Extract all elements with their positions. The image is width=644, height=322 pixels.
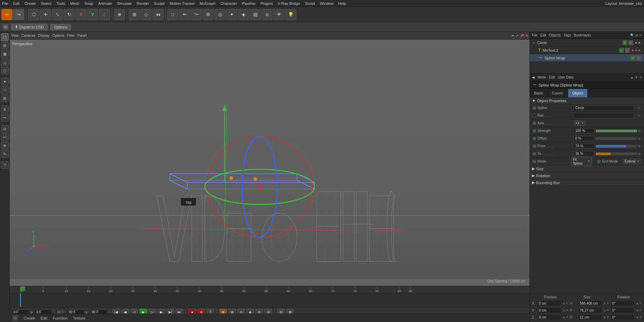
to-input[interactable] (574, 151, 594, 156)
menu-edit[interactable]: Edit (13, 1, 20, 6)
ol-filter-icon[interactable]: ⊞ (635, 33, 638, 37)
menu-mograph[interactable]: MoGraph (200, 1, 215, 6)
from-arrow-icon[interactable]: ▶ (638, 144, 641, 148)
menu-render[interactable]: Render (137, 1, 149, 6)
menu-mesh[interactable]: Mesh (70, 1, 79, 6)
deform-button[interactable]: ⚙ (203, 9, 214, 20)
from-bar[interactable] (596, 145, 637, 148)
circle-visibility[interactable]: ✓ (622, 40, 627, 45)
pos-z-stepper[interactable]: ▲▼ (562, 315, 569, 319)
vt-options[interactable]: Options (52, 34, 64, 38)
size-section[interactable]: ▶ Size (530, 165, 644, 172)
vt-display[interactable]: Display (38, 34, 50, 38)
menu-vray[interactable]: V-Ray Bridge (278, 1, 300, 6)
to-radio[interactable] (533, 152, 536, 156)
lt-polygon-mode[interactable]: ◻ (1, 67, 9, 74)
light2-button[interactable]: 💡 (285, 9, 296, 20)
lt-snap-button[interactable]: ✦ (1, 78, 9, 85)
bottom-function[interactable]: Function (53, 316, 67, 320)
select-tool-button[interactable]: ⬡ (28, 9, 39, 20)
timeline-tracks[interactable] (10, 293, 529, 307)
offset-input[interactable] (574, 136, 594, 141)
undo-button[interactable]: ↩ (1, 9, 12, 20)
ol-objects[interactable]: Objects (549, 33, 561, 37)
rot-z-stepper[interactable]: ▲▼ (636, 315, 642, 319)
ol-close-icon[interactable]: ✕ (639, 33, 642, 37)
size-z-field[interactable]: 12 cm (578, 314, 602, 320)
lt-wrap-button[interactable]: ↻ (1, 150, 9, 158)
vt-pin-icon[interactable]: 📌 (520, 34, 524, 38)
vt-maximize-icon[interactable]: ⤢ (516, 34, 518, 38)
menu-character[interactable]: Character (220, 1, 237, 6)
lt-measure-button[interactable]: ⌇ (1, 86, 9, 94)
from-radio[interactable] (533, 145, 536, 148)
pos-x-stepper[interactable]: ▲▼ (562, 302, 569, 305)
options-button[interactable]: Options (50, 24, 71, 30)
size-x-field[interactable]: 566.406 cm (578, 300, 602, 306)
endmode-dropdown[interactable]: Extend ▼ (623, 159, 641, 164)
vt-close-icon[interactable]: ✕ (525, 34, 528, 38)
viewport[interactable]: Perspective (10, 40, 529, 286)
to-bar[interactable] (596, 152, 637, 155)
rot-z-field[interactable]: 0° (611, 314, 634, 320)
object-item-splinewrap[interactable]: 〜 Spline Wrap ✓ ✓ (530, 54, 644, 62)
motext-render[interactable]: ✓ (625, 48, 630, 53)
vt-view[interactable]: View (11, 34, 19, 38)
bottom-create[interactable]: Create (24, 316, 35, 320)
lt-knife-button[interactable]: ✂ (1, 133, 9, 141)
menu-window[interactable]: Window (320, 1, 333, 6)
ph-userdata[interactable]: User Data (558, 75, 573, 79)
ol-edit[interactable]: Edit (540, 33, 546, 37)
spline-button[interactable]: 〜 (191, 9, 202, 20)
lt-paint-mode[interactable]: ▦ (1, 50, 9, 58)
tab-object[interactable]: Object (568, 89, 588, 97)
size-y-stepper[interactable]: ▲▼ (603, 308, 610, 312)
ph-up-icon[interactable]: ▲ (630, 75, 634, 79)
ol-search-icon[interactable]: 🔍 (630, 33, 634, 37)
menu-sculpt[interactable]: Sculpt (154, 1, 165, 6)
camera-button[interactable]: ◎ (214, 9, 226, 20)
mode-radio[interactable] (533, 160, 536, 163)
splinewrap-visibility[interactable]: ✓ (630, 56, 635, 60)
scale-tool-button[interactable]: ⤡ (52, 9, 63, 20)
rot-x-field[interactable]: 0° (611, 300, 634, 306)
redo-button[interactable]: ↪ (13, 9, 24, 20)
rot-y-stepper[interactable]: ▲▼ (636, 308, 642, 312)
splinewrap-render[interactable]: ✓ (636, 56, 641, 60)
ol-file[interactable]: File (532, 33, 537, 37)
object-item-motext[interactable]: T MoText.1 ✓ ✓ ▲▲▲ (530, 47, 644, 54)
menu-animate[interactable]: Animate (98, 1, 112, 6)
pos-y-field[interactable]: 0 cm (537, 307, 561, 313)
rot-x-stepper[interactable]: ▲▼ (636, 302, 642, 305)
bottom-texture[interactable]: Texture (73, 316, 85, 320)
move-tool-button[interactable]: ✛ (40, 9, 51, 20)
lt-sculpt-button[interactable]: 〜 (1, 114, 9, 122)
pos-x-field[interactable]: 0 cm (537, 300, 561, 306)
material-button[interactable]: ◈ (238, 9, 249, 20)
menu-file[interactable]: File (2, 1, 8, 6)
menu-help[interactable]: Help (338, 1, 346, 6)
offset-arrow-icon[interactable]: ▶ (638, 136, 641, 141)
lt-model-mode[interactable]: ⬡ (1, 33, 9, 41)
strength-input[interactable] (574, 128, 594, 133)
render-settings-button[interactable]: ▤ (250, 9, 261, 20)
z-axis-button[interactable]: Z (99, 9, 110, 20)
ol-bookmarks[interactable]: Bookmarks (574, 33, 591, 37)
playhead-marker[interactable] (20, 286, 25, 291)
lt-boolean-button[interactable]: ⊕ (1, 142, 9, 149)
axis-radio[interactable] (533, 122, 536, 125)
size-y-field[interactable]: 76.27 cm (578, 307, 602, 313)
lt-array-button[interactable]: ⊞ (1, 94, 9, 102)
mode-dropdown[interactable]: Fit Spline ▼ (571, 157, 592, 166)
rail-value[interactable] (574, 113, 634, 118)
ph-close-icon[interactable]: ✕ (639, 75, 642, 79)
endmode-radio[interactable] (597, 160, 601, 163)
menu-snap[interactable]: Snap (84, 1, 93, 6)
strength-arrow-icon[interactable]: ▶ (638, 129, 641, 133)
strength-bar[interactable] (596, 130, 637, 132)
spline-clear-icon[interactable]: ✕ (637, 105, 641, 111)
light-button[interactable]: ☀ (226, 9, 237, 20)
ol-tags[interactable]: Tags (564, 33, 571, 37)
ph-collapse-icon[interactable]: ◀ (532, 75, 535, 79)
to-arrow-icon[interactable]: ▶ (638, 151, 641, 156)
